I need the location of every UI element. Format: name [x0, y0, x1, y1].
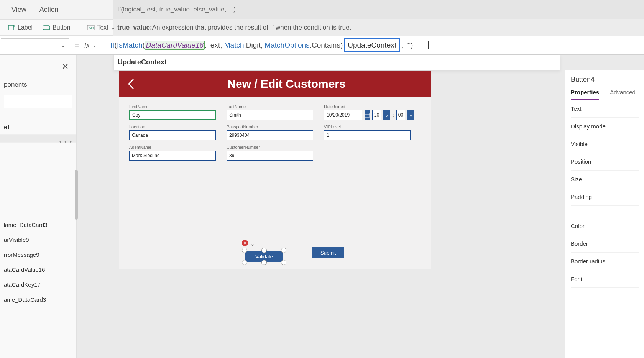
fx-button[interactable]: fx⌄: [84, 41, 107, 49]
input-location[interactable]: [129, 130, 216, 140]
field-vip: VIPLevel: [324, 125, 411, 140]
label-location: Location: [129, 125, 216, 129]
field-passport: PassportNumber: [227, 125, 313, 140]
tree-search-input[interactable]: [4, 95, 72, 108]
label-passport: PassportNumber: [227, 125, 313, 129]
intellisense-suggestion[interactable]: UpdateContext: [113, 55, 560, 70]
tab-advanced[interactable]: Advanced: [610, 89, 636, 100]
text-icon: Abc: [87, 24, 95, 31]
submit-button[interactable]: Submit: [312, 247, 344, 258]
prop-text[interactable]: Text: [571, 100, 639, 118]
label-custno: CustomerNumber: [227, 145, 313, 149]
prop-visible[interactable]: Visible: [571, 135, 639, 153]
ribbon-button[interactable]: Button: [39, 22, 74, 33]
menu-view[interactable]: View: [12, 6, 26, 14]
validate-selection: ✕ ⌄ Validate: [245, 251, 283, 262]
app-canvas: New / Edit Customers FirstName LastName …: [119, 70, 431, 269]
formula-signature-hint: If(logical_test, true_value, else_value,…: [113, 0, 644, 19]
scrollbar-thumb[interactable]: [75, 170, 78, 220]
hour-dropdown[interactable]: 20: [372, 110, 381, 120]
app-header: New / Edit Customers: [119, 71, 431, 97]
label-datejoined: DateJoined: [324, 104, 411, 109]
validate-button[interactable]: Validate: [245, 251, 283, 262]
tree-view-panel: ✕ ponents e1 • • • lame_DataCard3 arVisi…: [0, 55, 77, 358]
prop-size[interactable]: Size: [571, 171, 639, 188]
menu-action[interactable]: Action: [39, 6, 59, 14]
label-icon: [8, 24, 15, 31]
prop-border-radius[interactable]: Border radius: [571, 253, 639, 270]
prop-color[interactable]: Color: [571, 217, 639, 235]
svg-rect-0: [8, 25, 14, 30]
selected-control-name: Button4: [571, 76, 639, 84]
tree-child[interactable]: arVisible9: [0, 234, 76, 249]
resize-handle[interactable]: [281, 260, 286, 265]
resize-handle[interactable]: [242, 248, 247, 253]
calendar-icon[interactable]: [365, 110, 370, 120]
input-passport[interactable]: [227, 130, 313, 140]
chevron-down-icon: ⌄: [61, 42, 66, 48]
field-location: Location: [129, 125, 216, 140]
tree-child[interactable]: rrorMessage9: [0, 249, 76, 264]
delete-control-icon[interactable]: ✕: [242, 240, 248, 246]
svg-rect-4: [365, 113, 370, 117]
tab-properties[interactable]: Properties: [571, 89, 599, 100]
back-button[interactable]: [119, 78, 142, 90]
equals-sign: =: [69, 41, 84, 50]
input-agent[interactable]: [129, 151, 216, 161]
field-firstname: FirstName: [129, 104, 216, 120]
tree-children: lame_DataCard3 arVisible9 rrorMessage9 a…: [0, 219, 76, 309]
label-agent: AgentName: [129, 145, 216, 149]
form-area: FirstName LastName DateJoined 20 ⌄ : 00 …: [119, 97, 431, 172]
prop-display-mode[interactable]: Display mode: [571, 118, 639, 135]
resize-handle[interactable]: [261, 248, 267, 253]
field-custno: CustomerNumber: [227, 145, 313, 161]
chevron-down-icon[interactable]: ⌄: [250, 241, 255, 247]
label-vip: VIPLevel: [324, 125, 411, 129]
resize-handle[interactable]: [281, 248, 286, 253]
property-dropdown[interactable]: ⌄: [1, 38, 69, 52]
properties-panel: Button4 Properties Advanced Text Display…: [565, 70, 644, 358]
label-lastname: LastName: [227, 104, 313, 109]
minute-chevron[interactable]: ⌄: [407, 110, 414, 120]
resize-handle[interactable]: [261, 260, 267, 265]
formula-bar: ⌄ = fx⌄ If(IsMatch(DataCardValue16.Text,…: [0, 36, 644, 55]
highlighted-token: UpdateContext: [344, 38, 400, 52]
field-agent: AgentName: [129, 145, 216, 161]
ribbon: Label Button Abc Text ⌄: [0, 19, 113, 36]
prop-padding[interactable]: Padding: [571, 188, 639, 206]
chevron-left-icon: [127, 78, 135, 90]
app-title: New / Edit Customers: [142, 77, 431, 90]
ribbon-label[interactable]: Label: [4, 22, 36, 33]
field-datejoined: DateJoined 20 ⌄ : 00 ⌄: [324, 104, 411, 120]
prop-font[interactable]: Font: [571, 270, 639, 288]
formula-input[interactable]: If(IsMatch(DataCardValue16.Text, Match.D…: [107, 38, 644, 52]
tree-child[interactable]: ataCardKey17: [0, 279, 76, 294]
resize-handle[interactable]: [242, 260, 247, 265]
input-vip[interactable]: [324, 130, 411, 140]
ribbon-text[interactable]: Abc Text ⌄: [83, 22, 119, 33]
chevron-down-icon: ⌄: [92, 42, 97, 48]
button-icon: [43, 24, 50, 31]
tree-child[interactable]: ame_DataCard3: [0, 294, 76, 309]
input-date[interactable]: [324, 110, 362, 120]
formula-param-hint: true_value: An expression that provides …: [113, 19, 644, 36]
prop-border[interactable]: Border: [571, 235, 639, 253]
tree-item-selected[interactable]: • • •: [0, 135, 76, 143]
tree-child[interactable]: lame_DataCard3: [0, 219, 76, 234]
svg-rect-1: [43, 26, 50, 30]
input-lastname[interactable]: [227, 110, 313, 120]
tree-item[interactable]: e1: [0, 120, 76, 135]
chevron-down-icon: ⌄: [111, 25, 115, 31]
more-icon[interactable]: • • •: [59, 138, 72, 145]
close-icon[interactable]: ✕: [62, 62, 69, 72]
minute-dropdown[interactable]: 00: [396, 110, 405, 120]
tree-child[interactable]: ataCardValue16: [0, 264, 76, 279]
input-firstname[interactable]: [129, 110, 216, 120]
properties-tabs: Properties Advanced: [571, 89, 639, 100]
prop-position[interactable]: Position: [571, 153, 639, 171]
text-cursor: [428, 41, 429, 49]
svg-text:Abc: Abc: [89, 26, 94, 30]
input-custno[interactable]: [227, 151, 313, 161]
label-firstname: FirstName: [129, 104, 216, 109]
hour-chevron[interactable]: ⌄: [383, 110, 390, 120]
